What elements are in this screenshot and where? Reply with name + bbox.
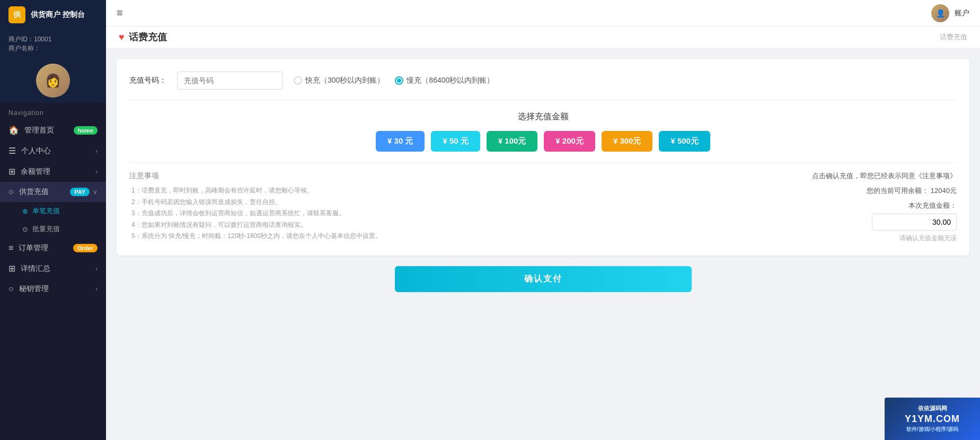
personal-icon: ☰ [8, 146, 16, 156]
notes-list: 1：话费直充，即时到账，高峰期会有些许延时，请您耐心等候。 2：手机号码若因您输… [129, 185, 801, 242]
amount-btn-100[interactable]: ¥ 100元 [487, 131, 538, 152]
merchant-id: 商户ID：10001 [8, 35, 98, 44]
sidebar-item-personal[interactable]: ☰ 个人中心 › [0, 140, 106, 161]
sidebar-item-keys-label: 秘钥管理 [19, 284, 49, 294]
amount-section: 选择充值金额 ¥ 30 元 ¥ 50 元 ¥ 100元 ¥ 200元 ¥ 300… [129, 111, 957, 152]
sidebar-item-home-label: 管理首页 [24, 126, 54, 135]
balance-icon: ⊞ [8, 166, 15, 177]
warning-text: 请确认充值金额无误 [812, 234, 957, 243]
page-title-icon: ♥ [119, 32, 125, 43]
content-area: 充值号码： 快充（300秒以内到账） 慢充（86400秒以内到账） 选择充值金额 [106, 48, 980, 440]
hamburger-button[interactable]: ≡ [117, 7, 123, 19]
pay-badge: PAY [70, 188, 90, 196]
merchant-name: 商户名称： [8, 44, 98, 53]
phone-input[interactable] [177, 72, 283, 90]
sidebar-header: 供 供货商户 控制台 [0, 0, 106, 30]
main-content: ≡ 👤 账户 ♥ 话费充值 话费充值 充值号码： 快充（300秒以内到账） [106, 0, 980, 440]
confirm-btn-area: 确认支付 [117, 266, 969, 292]
note-2: 2：手机号码若因您输入错误而造成损失，责任自担。 [129, 197, 801, 208]
sidebar-item-personal-label: 个人中心 [21, 146, 51, 156]
amount-btn-300[interactable]: ¥ 300元 [602, 131, 653, 152]
single-recharge-icon: ⊕ [22, 207, 28, 215]
main-card: 充值号码： 快充（300秒以内到账） 慢充（86400秒以内到账） 选择充值金额 [117, 59, 969, 256]
watermark-top: 依依源码网 [918, 404, 947, 412]
home-icon: 🏠 [8, 125, 19, 135]
amount-btn-30[interactable]: ¥ 30 元 [376, 131, 425, 152]
sidebar-logo: 供 [8, 6, 25, 23]
watermark-sub: 软件/游戏/小程序/源码 [906, 426, 958, 433]
notes-title: 注意事项 [129, 171, 801, 181]
balance-row: 您的当前可用余额： 12040元 [812, 186, 957, 196]
note-1: 1：话费直充，即时到账，高峰期会有些许延时，请您耐心等候。 [129, 185, 801, 197]
watermark: 依依源码网 Y1YM.COM 软件/游戏/小程序/源码 [885, 398, 980, 440]
amount-input-field[interactable] [872, 214, 957, 231]
amount-buttons: ¥ 30 元 ¥ 50 元 ¥ 100元 ¥ 200元 ¥ 300元 ¥ 500… [129, 131, 957, 152]
chevron-details: › [95, 265, 98, 272]
single-recharge-label: 单笔充值 [32, 206, 60, 216]
amount-btn-50[interactable]: ¥ 50 元 [431, 131, 480, 152]
chevron-keys: › [95, 285, 98, 293]
sidebar-subitem-single-recharge[interactable]: ⊕ 单笔充值 [0, 202, 106, 220]
divider-2 [129, 162, 957, 163]
details-icon: ⊞ [8, 263, 15, 274]
sidebar-item-home[interactable]: 🏠 管理首页 home [0, 120, 106, 140]
user-name: 账户 [955, 8, 969, 18]
amount-btn-500[interactable]: ¥ 500元 [659, 131, 710, 152]
order-badge: Order [73, 244, 98, 252]
sidebar-item-orders[interactable]: ≡ 订单管理 Order [0, 238, 106, 258]
sidebar-item-recharge-label: 供货充值 [19, 187, 49, 197]
sidebar-subitem-batch-recharge[interactable]: ⊙ 批量充值 [0, 220, 106, 238]
chevron-personal: › [95, 147, 98, 155]
keys-icon: ○ [8, 284, 14, 294]
slow-charge-option[interactable]: 慢充（86400秒以内到账） [395, 76, 494, 85]
sidebar-item-details-label: 详情汇总 [21, 264, 50, 274]
nav-label: Navigation [0, 103, 106, 120]
sidebar-item-details[interactable]: ⊞ 详情汇总 › [0, 258, 106, 279]
fast-charge-radio[interactable] [294, 76, 302, 85]
phone-label: 充值号码： [129, 76, 166, 85]
sidebar-item-keys[interactable]: ○ 秘钥管理 › [0, 279, 106, 299]
sidebar: 供 供货商户 控制台 商户ID：10001 商户名称： 👩 Navigation… [0, 0, 106, 440]
note-5: 5：系统分为 快充/慢充；时间截：120秒-1800秒之内，请您在个人中心基本信… [129, 231, 801, 242]
form-body: 注意事项 1：话费直充，即时到账，高峰期会有些许延时，请您耐心等候。 2：手机号… [129, 171, 957, 243]
note-4: 4：您如果对到账情况有疑问，可以拨打运营商电话查询核实。 [129, 219, 801, 231]
topbar: ≡ 👤 账户 [106, 0, 980, 27]
page-title: 话费充值 [129, 31, 167, 43]
avatar-area: 👩 [0, 56, 106, 103]
note-3: 3：充值成功后，详情会收到运营商短信，如遇运营商系统忙，请联系客服。 [129, 208, 801, 219]
batch-recharge-label: 批量充值 [32, 224, 60, 234]
amount-title: 选择充值金额 [129, 111, 957, 122]
breadcrumb-nav: 话费充值 [940, 32, 967, 42]
balance-label: 您的当前可用余额： [867, 187, 929, 195]
chevron-balance: › [95, 168, 98, 175]
charge-type-group: 快充（300秒以内到账） 慢充（86400秒以内到账） [294, 76, 494, 85]
sidebar-item-balance-label: 余额管理 [21, 167, 50, 177]
user-avatar: 👤 [931, 4, 949, 22]
recharge-amount-label: 本次充值金额： [812, 201, 957, 210]
avatar: 👩 [36, 64, 70, 98]
sidebar-item-orders-label: 订单管理 [19, 243, 48, 253]
amount-btn-200[interactable]: ¥ 200元 [544, 131, 595, 152]
right-info: 点击确认充值，即您已经表示同意《注意事项》 您的当前可用余额： 12040元 本… [801, 171, 957, 243]
chevron-recharge: ∨ [93, 188, 98, 196]
sidebar-item-recharge[interactable]: ○ 供货充值 PAY ∨ [0, 182, 106, 202]
avatar-image: 👩 [36, 64, 70, 98]
phone-row: 充值号码： 快充（300秒以内到账） 慢充（86400秒以内到账） [129, 72, 957, 90]
fast-charge-option[interactable]: 快充（300秒以内到账） [294, 76, 384, 85]
fast-charge-label: 快充（300秒以内到账） [305, 76, 384, 85]
notes-area: 注意事项 1：话费直充，即时到账，高峰期会有些许延时，请您耐心等候。 2：手机号… [129, 171, 801, 242]
orders-icon: ≡ [8, 243, 13, 253]
batch-recharge-icon: ⊙ [22, 225, 28, 233]
merchant-info: 商户ID：10001 商户名称： [0, 30, 106, 56]
sidebar-item-balance[interactable]: ⊞ 余额管理 › [0, 161, 106, 182]
confirm-agreement-text: 点击确认充值，即您已经表示同意《注意事项》 [812, 171, 957, 181]
slow-charge-label: 慢充（86400秒以内到账） [407, 76, 494, 85]
sidebar-title: 供货商户 控制台 [31, 10, 85, 20]
recharge-icon: ○ [8, 187, 14, 197]
confirm-pay-button[interactable]: 确认支付 [395, 266, 692, 292]
balance-value: 12040元 [931, 187, 957, 195]
watermark-main: Y1YM.COM [905, 413, 960, 425]
slow-charge-radio[interactable] [395, 76, 403, 85]
divider-1 [129, 100, 957, 101]
home-badge: home [74, 126, 98, 135]
